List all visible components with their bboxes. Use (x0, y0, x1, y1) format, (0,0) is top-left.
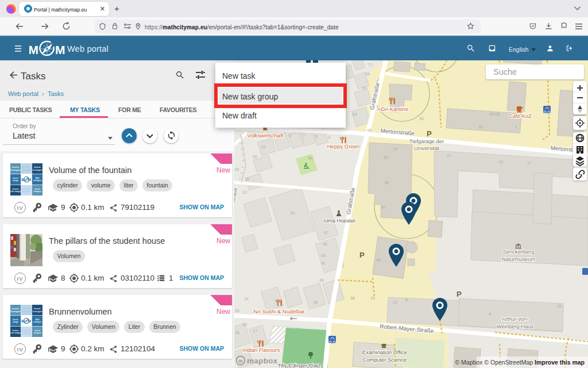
svg-text:la imagen: la imagen (33, 169, 42, 171)
svg-text:P: P (427, 129, 432, 138)
svg-text:67: 67 (362, 86, 367, 90)
svg-text:P: P (359, 251, 365, 259)
svg-text:10: 10 (370, 296, 375, 300)
svg-text:Insert: Insert (13, 319, 18, 321)
svg-text:21: 21 (447, 154, 451, 158)
svg-text:Computer Science: Computer Science (363, 357, 407, 363)
svg-text:Inserte: Inserte (34, 166, 41, 168)
svg-text:26: 26 (235, 331, 239, 335)
svg-text:1: 1 (515, 125, 517, 129)
svg-text:52: 52 (385, 181, 389, 185)
svg-text:imagem: imagem (33, 190, 41, 193)
svg-text:Weinberg-Haus: Weinberg-Haus (497, 324, 534, 329)
svg-text:16: 16 (245, 177, 249, 181)
svg-text:Inserisci: Inserisci (22, 166, 30, 168)
svg-text:m: m (238, 358, 243, 364)
svg-text:17: 17 (527, 161, 532, 165)
svg-text:18: 18 (313, 300, 318, 304)
svg-text:Volkswirtschaft: Volkswirtschaft (247, 132, 284, 139)
svg-text:Universität: Universität (414, 145, 439, 151)
svg-text:12: 12 (242, 190, 247, 194)
svg-text:Inserire: Inserire (12, 166, 20, 168)
svg-text:une image: une image (10, 332, 20, 334)
svg-text:26: 26 (235, 309, 239, 313)
svg-text:l'immagine: l'immagine (10, 310, 21, 313)
svg-text:Naturmuseum: Naturmuseum (502, 256, 536, 262)
svg-text:39: 39 (319, 278, 324, 282)
svg-text:Café KoZ: Café KoZ (509, 113, 532, 119)
svg-text:3: 3 (328, 135, 330, 139)
svg-text:immagini: immagini (22, 310, 30, 313)
svg-text:30: 30 (419, 117, 424, 121)
svg-text:18: 18 (234, 167, 239, 171)
svg-text:26-28: 26-28 (489, 112, 500, 116)
svg-text:5a: 5a (308, 156, 312, 160)
svg-text:28: 28 (478, 125, 483, 129)
svg-text:71: 71 (368, 63, 373, 67)
svg-text:la imagen: la imagen (33, 310, 42, 313)
svg-text:Examination Office: Examination Office (362, 350, 407, 355)
svg-text:Tilly-Edinger-Platz: Tilly-Edinger-Platz (277, 363, 320, 368)
svg-text:Inserire: Inserire (12, 308, 20, 310)
svg-text:47: 47 (324, 231, 328, 235)
svg-text:P: P (457, 290, 462, 298)
svg-text:10: 10 (393, 300, 397, 304)
svg-text:9: 9 (289, 134, 291, 138)
svg-text:Indian Flavours: Indian Flavours (243, 347, 280, 353)
svg-text:mapbox: mapbox (247, 356, 278, 365)
svg-text:69: 69 (365, 72, 370, 76)
svg-text:51: 51 (291, 211, 295, 215)
svg-text:Insérer: Insérer (12, 329, 19, 332)
svg-text:Insert: Insert (34, 188, 40, 190)
svg-text:Heppy Green: Heppy Green (327, 143, 360, 150)
svg-text:l'immagine: l'immagine (10, 169, 21, 171)
svg-text:image: image (13, 321, 18, 323)
svg-text:17: 17 (253, 329, 257, 333)
svg-text:Insert: Insert (34, 329, 40, 332)
svg-text:Introduza: Introduza (22, 329, 31, 332)
svg-text:22: 22 (261, 145, 266, 149)
svg-text:Insert: Insert (13, 177, 18, 179)
svg-text:41: 41 (321, 261, 326, 265)
svg-text:Alma Hoexter: Alma Hoexter (323, 218, 355, 224)
svg-text:M: M (55, 43, 65, 56)
svg-text:Bild: Bild (36, 177, 40, 179)
svg-text:20: 20 (253, 155, 257, 159)
svg-text:imagem: imagem (22, 190, 30, 193)
svg-text:Bild: Bild (36, 319, 40, 321)
svg-text:4: 4 (489, 312, 491, 316)
svg-text:imagem: imagem (33, 332, 41, 334)
svg-text:48: 48 (367, 128, 372, 132)
svg-text:25: 25 (557, 304, 562, 308)
svg-text:image: image (13, 179, 18, 182)
svg-text:Insérer: Insérer (12, 188, 19, 190)
svg-text:27: 27 (393, 147, 398, 151)
svg-text:50: 50 (381, 205, 385, 209)
svg-text:einfügen: einfügen (33, 179, 42, 182)
svg-text:M: M (29, 43, 38, 56)
svg-text:imagem: imagem (22, 332, 30, 334)
svg-text:Introduza: Introduza (22, 188, 31, 190)
svg-text:43: 43 (321, 254, 326, 258)
svg-text:NA Sushi & Nudelbar: NA Sushi & Nudelbar (253, 308, 304, 315)
svg-text:40: 40 (376, 258, 381, 262)
svg-text:19: 19 (498, 160, 503, 164)
svg-text:7: 7 (303, 134, 305, 138)
svg-text:Arthur-von-: Arthur-von- (502, 316, 529, 322)
svg-text:© Mapbox © OpenStreetMap Impro: © Mapbox © OpenStreetMap Improve this ma… (455, 359, 585, 366)
svg-text:Senckenberg: Senckenberg (503, 249, 535, 255)
svg-text:einfügen: einfügen (33, 321, 42, 323)
svg-text:24: 24 (244, 297, 249, 301)
svg-text:Inserte: Inserte (34, 308, 41, 310)
svg-text:54: 54 (384, 155, 388, 159)
svg-text:Tiefgarage der: Tiefgarage der (409, 139, 444, 144)
svg-text:38: 38 (350, 296, 355, 300)
svg-text:une image: une image (10, 190, 20, 193)
svg-text:63: 63 (353, 112, 357, 116)
svg-text:ADA Kantine: ADA Kantine (377, 106, 408, 112)
svg-text:45: 45 (323, 242, 327, 246)
svg-text:5: 5 (315, 135, 318, 139)
svg-text:immagini: immagini (22, 169, 30, 171)
svg-text:8: 8 (405, 298, 408, 302)
svg-text:Inserisci: Inserisci (22, 308, 30, 310)
